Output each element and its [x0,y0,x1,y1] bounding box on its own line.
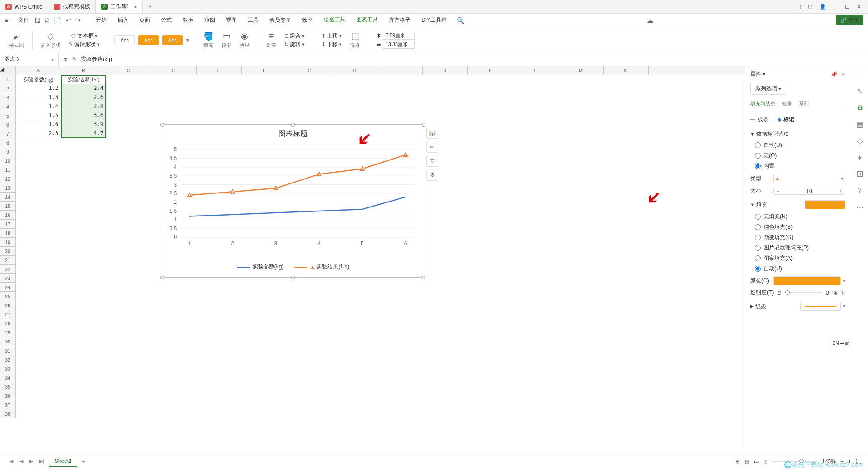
target-icon[interactable]: ⊕ [63,56,68,63]
menu-file[interactable]: 文件 [13,16,34,24]
lang-badge[interactable]: EN ⇄ 简 [830,339,852,348]
col-header[interactable]: M [558,66,604,75]
sheet-nav-next[interactable]: ▶ [28,458,34,464]
panel-tab-fill[interactable]: 填充与线条 [750,100,775,107]
minimize-button[interactable]: — [833,4,838,10]
sheet-nav-last[interactable]: ▶| [38,458,46,464]
row-header[interactable]: 6 [0,120,16,129]
rail-help-icon[interactable]: ? [858,187,862,195]
chart-settings-icon[interactable]: ⚙ [426,169,438,181]
col-header[interactable]: C [106,66,151,75]
col-header[interactable]: L [513,66,558,75]
menu-formula[interactable]: 公式 [156,16,177,24]
row-header[interactable]: 18 [0,229,16,238]
rail-collapse-icon[interactable]: — [856,70,863,79]
close-button[interactable]: ✕ [857,4,861,10]
add-sheet-button[interactable]: + [81,459,86,464]
chart-title[interactable]: 图表标题 [162,125,424,143]
view-normal-icon[interactable]: ⊞ [735,458,740,465]
fill-button[interactable]: 🪣填充 [201,31,216,49]
rail-select-icon[interactable]: ↖ [857,87,863,95]
add-tab-button[interactable]: ＋ [143,1,157,12]
menu-draw-tools[interactable]: 绘图工具 [318,16,351,24]
chart-legend[interactable]: 实验参数(kg) ▲实验结果(1/s) [162,263,424,271]
radio-grad-fill[interactable]: 渐变填充(G) [755,234,845,241]
sheet-tab[interactable]: Sheet1 [49,456,77,467]
section-line[interactable]: ▶线条▾ [750,302,845,311]
tab-workbook[interactable]: S工作簿1● [96,0,143,13]
row-header[interactable]: 4 [0,102,16,111]
row-header[interactable]: 13 [0,183,16,193]
col-header[interactable]: I [377,66,423,75]
row-header[interactable]: 11 [0,165,16,174]
chart-style-icon[interactable]: ✏ [426,141,438,153]
cell[interactable]: 2.6 [61,93,106,102]
rail-shape-icon[interactable]: ◇ [857,137,863,146]
cell[interactable]: 3.6 [61,111,106,120]
cell[interactable]: 4.7 [61,129,106,138]
search-icon[interactable]: 🔍 [457,17,464,24]
avatar-icon[interactable]: 👤 [819,4,826,10]
menu-data[interactable]: 数据 [177,16,199,24]
radio-none[interactable]: 无(O) [755,152,845,160]
row-header[interactable]: 3 [0,93,16,102]
view-page-icon[interactable]: ▭ [754,458,759,465]
row-header[interactable]: 31 [0,346,16,355]
row-header[interactable]: 14 [0,193,16,202]
row-header[interactable]: 8 [0,138,16,147]
col-header[interactable]: D [151,66,197,75]
cell[interactable]: 1.2 [16,84,61,93]
style-preset-3[interactable]: Abc [162,35,183,45]
name-box[interactable]: 图表 2▾ [0,53,59,66]
cell[interactable]: 2.3 [16,129,61,138]
row-header[interactable]: 38 [0,409,16,418]
edit-shape[interactable]: ⬠ 文本框 ▾✎ 编辑形状 ▾ [66,32,102,48]
row-header[interactable]: 23 [0,274,16,283]
select-button[interactable]: ⬚选择 [348,31,362,49]
rail-link-icon[interactable]: ✦ [857,154,863,162]
cloud-icon[interactable]: ☁ [647,17,653,24]
section-fill[interactable]: ▼填充 [750,200,845,209]
cell[interactable]: 实验结果(1/s) [61,75,106,84]
row-header[interactable]: 37 [0,400,16,409]
insert-shape[interactable]: ◇插入形状 [38,31,63,49]
menu-review[interactable]: 审阅 [199,16,221,24]
spreadsheet[interactable]: ◢ ABCDEFGHIJKLMN 12345678910111213141516… [0,66,745,459]
radio-auto-fill[interactable]: 自动(U) [755,265,845,273]
group-rotate[interactable]: ⊡ 组合 ▾↻ 旋转 ▾ [282,32,307,48]
radio-solid-fill[interactable]: 纯色填充(S) [755,223,845,231]
style-preset-1[interactable]: Abc [114,35,135,45]
row-header[interactable]: 25 [0,292,16,301]
rail-settings-icon[interactable]: ⚙ [857,103,863,112]
menu-icon[interactable]: ≡ [5,17,8,24]
fill-swatch[interactable] [805,200,845,209]
cell[interactable]: 1.3 [16,93,61,102]
row-header[interactable]: 28 [0,319,16,328]
maximize-button[interactable]: ☐ [845,4,850,10]
row-header[interactable]: 22 [0,265,16,274]
menu-view[interactable]: 视图 [221,16,242,24]
col-header[interactable]: H [332,66,377,75]
row-header[interactable]: 12 [0,174,16,183]
redo-icon[interactable]: ↷ [75,17,81,24]
cell[interactable]: 实验参数(kg) [16,75,61,84]
menu-tools[interactable]: 工具 [242,16,264,24]
select-all-corner[interactable]: ◢ [0,66,16,75]
cell[interactable]: 1.4 [16,102,61,111]
menu-start[interactable]: 开始 [90,16,112,24]
row-header[interactable]: 20 [0,247,16,256]
height-input[interactable] [383,32,415,40]
format-brush[interactable]: 🖌格式刷 [7,32,26,49]
row-header[interactable]: 26 [0,301,16,310]
row-header[interactable]: 24 [0,283,16,292]
radio-auto[interactable]: 自动(U) [755,141,845,149]
row-header[interactable]: 34 [0,373,16,382]
tab-templates[interactable]: 找稻壳模板 [48,0,96,13]
outline-button[interactable]: ▭轮廓 [219,31,234,49]
subtab-line[interactable]: 〰 线条 [750,116,769,123]
save-icon[interactable]: 🖫 [34,17,41,24]
radio-no-fill[interactable]: 无填充(N) [755,213,845,221]
menu-insert[interactable]: 插入 [112,16,134,24]
row-header[interactable]: 29 [0,328,16,337]
formula-input[interactable]: 实验参数(kg) [81,56,112,63]
